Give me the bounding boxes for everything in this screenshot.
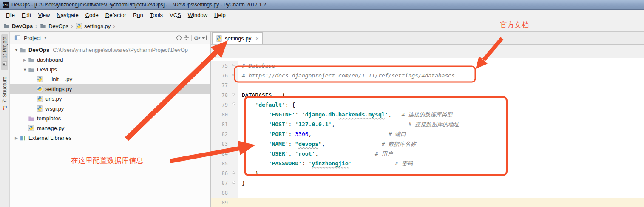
tree-item-label: DevOps: [37, 66, 57, 73]
code-line-79: 79 'default': {: [211, 100, 644, 110]
libraries-icon: [20, 135, 27, 142]
line-number: 81: [211, 122, 231, 128]
tree-item-devops[interactable]: ▼DevOps: [10, 65, 210, 74]
breadcrumb-item-devops[interactable]: DevOps: [40, 23, 68, 29]
tool-window-button-structure[interactable]: 7: Structure: [1, 74, 8, 115]
code-text: 'HOST': '127.0.0.1', # 连接数据库的地址: [238, 119, 459, 129]
menu-item-view[interactable]: View: [34, 12, 53, 18]
line-number: 85: [211, 161, 231, 167]
tree-item-settings-py[interactable]: settings.py: [10, 84, 210, 94]
line-number: 88: [211, 190, 231, 196]
title-bar[interactable]: PC DevOps - [C:\Users\yinzhengjie\softwa…: [0, 0, 644, 10]
collapse-all-icon[interactable]: [182, 34, 190, 42]
code-line-78: 78DATABASES = {: [211, 90, 644, 100]
tree-item-external-libraries[interactable]: ▶External Libraries: [10, 133, 210, 143]
code-text: DATABASES = {: [238, 90, 285, 100]
menu-item-help[interactable]: Help: [211, 12, 229, 18]
hide-panel-icon[interactable]: [201, 34, 208, 42]
tree-item-__init__-py[interactable]: __init__.py: [10, 74, 210, 84]
line-number: 84: [211, 151, 231, 157]
tree-item-wsgi-py[interactable]: wsgi.py: [10, 104, 210, 113]
folder-icon: [40, 23, 46, 29]
menu-item-edit[interactable]: Edit: [18, 12, 34, 18]
fold-marker-down-icon[interactable]: [231, 102, 238, 107]
code-text: 'PORT': 3306, # 端口: [238, 129, 406, 139]
editor-area: settings.py × 75# Database76# https://do…: [211, 32, 644, 207]
python-file-icon: [216, 35, 222, 42]
code-line-80: 80 'ENGINE': 'django.db.backends.mysql',…: [211, 110, 644, 119]
breadcrumb-separator: ›: [71, 22, 73, 29]
code-line-82: 82 'PORT': 3306, # 端口: [211, 129, 644, 139]
expand-arrow-right-icon[interactable]: ▶: [13, 136, 20, 140]
main-area: 1: Project7: Structure Project ▾ ⚙▾ ▼Dev…: [0, 32, 644, 207]
tree-item-devops[interactable]: ▼DevOpsC:\Users\yinzhengjie\softwares\Py…: [10, 45, 210, 55]
expand-arrow-down-icon[interactable]: ▼: [13, 48, 20, 52]
tree-item-label: wsgi.py: [45, 105, 64, 112]
menu-bar: FileEditViewNavigateCodeRefactorRunTools…: [0, 10, 644, 20]
pycharm-window: PC DevOps - [C:\Users\yinzhengjie\softwa…: [0, 0, 644, 207]
code-line-84: 84 'USER': 'root', # 用户: [211, 149, 644, 159]
code-line-88: 88: [211, 188, 644, 198]
line-number: 83: [211, 141, 231, 147]
code-line-85: 85 'PASSWORD': 'yinzhengjie' # 密码: [211, 159, 644, 168]
menu-item-tools[interactable]: Tools: [147, 12, 166, 18]
project-panel-header: Project ▾ ⚙▾: [10, 32, 210, 44]
python-file-icon: [37, 105, 44, 112]
locate-icon[interactable]: [175, 34, 182, 42]
fold-marker-up-icon[interactable]: [231, 181, 238, 185]
toolbar-divider: [191, 35, 192, 41]
line-number: 76: [211, 73, 231, 79]
fold-marker-minus-icon[interactable]: [231, 73, 238, 78]
code-editor[interactable]: 75# Database76# https://docs.djangoproje…: [211, 58, 644, 207]
folder-icon: [28, 57, 35, 63]
tree-item-manage-py[interactable]: manage.py: [10, 123, 210, 133]
tab-settings-py[interactable]: settings.py ×: [212, 32, 263, 44]
project-panel: Project ▾ ⚙▾ ▼DevOpsC:\Users\yinzhengjie…: [10, 32, 211, 207]
code-text: [238, 188, 242, 198]
fold-marker-minus-icon[interactable]: [231, 63, 238, 68]
menu-item-vcs[interactable]: VCS: [166, 12, 184, 18]
chevron-down-icon[interactable]: ▾: [44, 36, 46, 40]
pycharm-app-icon: PC: [3, 2, 9, 8]
project-panel-icon: [14, 34, 21, 42]
window-title: DevOps - [C:\Users\yinzhengjie\softwares…: [11, 2, 266, 8]
menu-item-refactor[interactable]: Refactor: [102, 12, 130, 18]
python-file-icon: [28, 125, 35, 132]
breadcrumb-item-devops[interactable]: DevOps: [3, 23, 33, 29]
fold-marker-up-icon[interactable]: [231, 171, 238, 176]
breadcrumb: DevOps›DevOps›settings.py›: [0, 20, 644, 32]
tree-item-templates[interactable]: templates: [10, 113, 210, 123]
tree-item-label: settings.py: [45, 86, 72, 92]
close-icon[interactable]: ×: [255, 35, 259, 42]
project-panel-title: Project: [24, 35, 41, 41]
code-line-83: 83 'NAME': "devops", # 数据库名称: [211, 139, 644, 149]
python-file-icon: [37, 96, 44, 102]
tree-item-dashboard[interactable]: ▶dashboard: [10, 55, 210, 65]
expand-arrow-right-icon[interactable]: ▶: [22, 58, 28, 62]
breadcrumb-item-settings-py[interactable]: settings.py: [76, 23, 111, 29]
menu-item-window[interactable]: Window: [184, 12, 211, 18]
fold-marker-down-icon[interactable]: [231, 93, 238, 97]
code-line-76: 76# https://docs.djangoproject.com/en/1.…: [211, 71, 644, 80]
code-text: }: [238, 168, 258, 178]
python-file-icon: [37, 86, 44, 93]
folder-icon: [20, 47, 27, 54]
tree-item-label: manage.py: [37, 125, 64, 131]
tool-window-button-project[interactable]: 1: Project: [1, 34, 8, 70]
expand-arrow-down-icon[interactable]: ▼: [22, 68, 28, 72]
gear-icon[interactable]: ⚙▾: [193, 34, 201, 42]
tree-item-label: templates: [37, 115, 61, 122]
editor-top-strip: [211, 45, 644, 58]
menu-item-code[interactable]: Code: [82, 12, 102, 18]
code-text: 'ENGINE': 'django.db.backends.mysql', # …: [238, 110, 452, 119]
folder-icon: [28, 115, 35, 122]
menu-item-run[interactable]: Run: [130, 12, 147, 18]
menu-item-navigate[interactable]: Navigate: [53, 12, 82, 18]
code-text: # Database: [238, 61, 275, 71]
line-number: 87: [211, 180, 231, 186]
code-text: 'USER': 'root', # 用户: [238, 149, 393, 159]
tree-item-urls-py[interactable]: urls.py: [10, 94, 210, 104]
code-text: [238, 80, 242, 90]
tree-item-label: dashboard: [37, 57, 63, 63]
menu-item-file[interactable]: File: [3, 12, 18, 18]
